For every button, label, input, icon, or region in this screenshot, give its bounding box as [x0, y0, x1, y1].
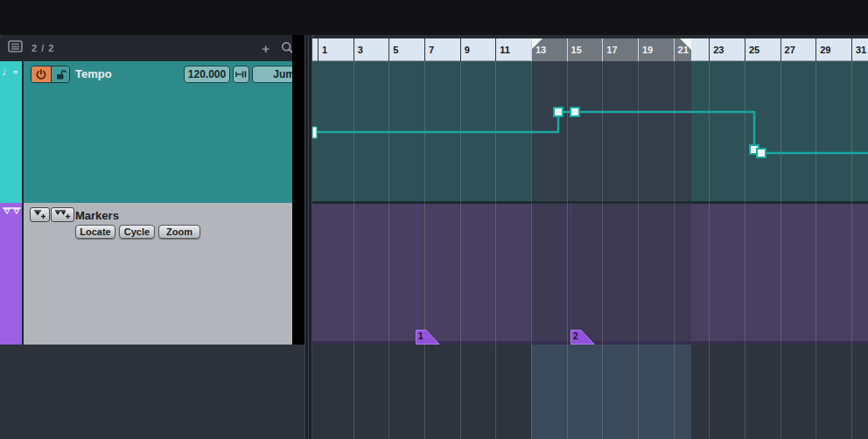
ruler-tick: [709, 38, 710, 61]
tempo-value-field[interactable]: 120.000: [184, 66, 230, 83]
ruler-bar-number: 17: [606, 45, 617, 55]
panel-splitter[interactable]: [304, 35, 312, 439]
ruler-tick: [460, 38, 461, 61]
ruler-bar-number: 29: [820, 45, 830, 55]
track-count: 2 / 2: [32, 43, 54, 53]
tempo-curve[interactable]: [312, 61, 868, 439]
ruler-bar-number: 5: [393, 45, 398, 55]
splitter-groove: [308, 35, 309, 439]
ruler-tick: [674, 38, 675, 61]
markers-track-name: Markers: [75, 209, 119, 222]
add-marker-button[interactable]: [30, 207, 50, 222]
track-list-icon[interactable]: [8, 40, 23, 56]
marker-position-line: [570, 204, 571, 330]
ruler-bar-number: 13: [536, 45, 546, 55]
tempo-activate-group: [31, 66, 70, 83]
ruler-tick: [638, 38, 639, 61]
tempo-curve-node[interactable]: [757, 149, 766, 157]
tempo-start-handle[interactable]: [312, 127, 317, 138]
marker-cycle-button[interactable]: Cycle: [119, 225, 155, 239]
tempo-note-icon: ♩=: [2, 65, 18, 78]
marker-flag[interactable]: 2: [570, 330, 595, 345]
ruler-bar-number: 15: [571, 45, 582, 55]
ruler-tick: [531, 38, 532, 61]
ruler-tick: [780, 38, 781, 61]
tempo-track-name: Tempo: [75, 67, 112, 80]
ruler-tick: [745, 38, 746, 61]
tempo-range-icon-button[interactable]: [233, 66, 249, 83]
ruler-tick: [567, 38, 568, 61]
marker-position-line: [416, 204, 416, 330]
markers-track-row[interactable]: Markers Locate Cycle Zoom: [0, 203, 292, 345]
track-list-panel: 2 / 2 + ♩=: [0, 35, 304, 439]
ruler-tick: [318, 38, 318, 61]
marker-number: 1: [418, 331, 424, 341]
add-track-icon[interactable]: +: [262, 41, 270, 56]
ruler-bar-number: 31: [856, 45, 866, 55]
ruler-bar-number: 3: [358, 45, 363, 55]
ruler-tick: [816, 38, 816, 61]
tempo-curve-node[interactable]: [570, 108, 579, 116]
track-list-header: 2 / 2 +: [0, 35, 304, 61]
ruler-bar-number: 11: [500, 45, 510, 55]
tempo-lock-button[interactable]: [51, 66, 69, 82]
markers-pennants-icon: [2, 206, 22, 217]
timeline-ruler[interactable]: 135791113151719212325272931: [312, 38, 868, 61]
ruler-bar-number: 9: [465, 45, 470, 55]
ruler-tick: [495, 38, 496, 61]
marker-locate-button[interactable]: Locate: [75, 225, 116, 239]
window-top-bar: [0, 0, 868, 35]
ruler-tick: [851, 38, 852, 61]
markers-track-color-strip: [0, 203, 24, 345]
ruler-tick: [602, 38, 603, 61]
tempo-curve-type-select[interactable]: Jum: [252, 66, 292, 83]
ruler-bar-number: 7: [429, 45, 434, 55]
ruler-bar-number: 21: [678, 45, 689, 55]
ruler-tick: [354, 38, 354, 61]
ruler-bar-number: 25: [749, 45, 760, 55]
add-cycle-marker-button[interactable]: [51, 207, 74, 222]
ruler-bar-number: 19: [642, 45, 653, 55]
marker-number: 2: [573, 331, 578, 341]
marker-zoom-button[interactable]: Zoom: [158, 225, 200, 239]
tempo-track-row[interactable]: ♩= Tempo 120.000: [0, 61, 292, 203]
tempo-curve-line[interactable]: [313, 112, 868, 153]
tempo-activate-button[interactable]: [32, 66, 51, 82]
ruler-bar-number: 27: [785, 45, 795, 55]
ruler-bar-number: 23: [713, 45, 724, 55]
panel-edge-shadow: [292, 35, 304, 345]
marker-flag[interactable]: 1: [416, 330, 440, 345]
ruler-tick: [424, 38, 425, 61]
app-window: 2 / 2 + ♩=: [0, 0, 868, 439]
ruler-tick: [388, 38, 389, 61]
tempo-track-color-strip: ♩=: [0, 61, 24, 203]
ruler-bar-number: 1: [322, 45, 327, 55]
tempo-curve-node[interactable]: [554, 108, 563, 116]
event-display-area: 135791113151719212325272931 12: [312, 35, 868, 439]
